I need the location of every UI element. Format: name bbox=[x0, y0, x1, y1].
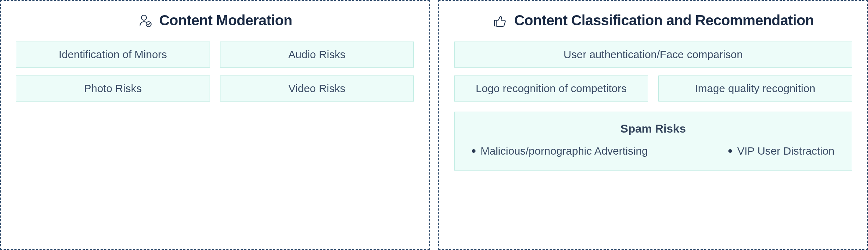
content-moderation-grid: Identification of Minors Audio Risks Pho… bbox=[16, 42, 414, 102]
content-classification-header: Content Classification and Recommendatio… bbox=[454, 12, 852, 29]
box-user-authentication: User authentication/Face comparison bbox=[454, 42, 852, 68]
thumbs-up-icon bbox=[492, 13, 508, 28]
spam-bullet-malicious: Malicious/pornographic Advertising bbox=[472, 145, 648, 157]
content-classification-title: Content Classification and Recommendatio… bbox=[514, 12, 814, 29]
risk-box-audio-risks: Audio Risks bbox=[220, 42, 414, 68]
svg-point-0 bbox=[141, 15, 146, 20]
spam-risks-title: Spam Risks bbox=[472, 122, 834, 135]
content-classification-body: User authentication/Face comparison Logo… bbox=[454, 42, 852, 171]
content-classification-panel: Content Classification and Recommendatio… bbox=[438, 0, 868, 250]
risk-box-photo-risks: Photo Risks bbox=[16, 76, 210, 102]
content-moderation-title: Content Moderation bbox=[159, 12, 292, 29]
spam-bullet-vip: VIP User Distraction bbox=[728, 145, 834, 157]
risk-box-video-risks: Video Risks bbox=[220, 76, 414, 102]
box-logo-recognition: Logo recognition of competitors bbox=[454, 76, 648, 102]
risk-box-identification-minors: Identification of Minors bbox=[16, 42, 210, 68]
spam-risks-list: Malicious/pornographic Advertising VIP U… bbox=[472, 145, 834, 157]
content-moderation-panel: Content Moderation Identification of Min… bbox=[0, 0, 430, 250]
box-image-quality: Image quality recognition bbox=[658, 76, 852, 102]
person-check-icon bbox=[137, 13, 153, 28]
content-classification-grid: Logo recognition of competitors Image qu… bbox=[454, 76, 852, 102]
spam-risks-box: Spam Risks Malicious/pornographic Advert… bbox=[454, 112, 852, 171]
content-moderation-header: Content Moderation bbox=[16, 12, 414, 29]
